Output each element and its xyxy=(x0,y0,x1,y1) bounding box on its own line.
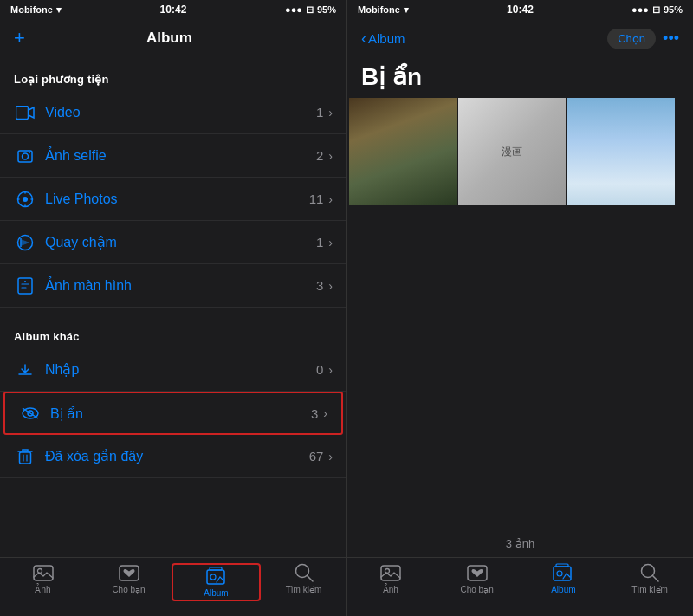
deleted-label: Đã xóa gần đây xyxy=(45,448,309,464)
live-label: Live Photos xyxy=(45,191,309,207)
right-status-bar: Mobifone ▾ 10:42 ●●● ⊟ 95% xyxy=(347,0,693,19)
right-carrier: Mobifone xyxy=(358,4,400,15)
video-label: Video xyxy=(45,105,316,120)
back-button[interactable]: ‹ Album xyxy=(361,29,405,48)
svg-rect-17 xyxy=(20,452,31,464)
svg-point-2 xyxy=(23,153,29,159)
selfie-count: 2 xyxy=(316,148,323,163)
hidden-icon xyxy=(19,406,42,420)
live-chevron: › xyxy=(328,192,333,206)
right-tab-album-label: Album xyxy=(551,585,575,594)
import-label: Nhập xyxy=(45,361,316,378)
svg-point-33 xyxy=(557,571,562,576)
left-tab-photos[interactable]: Ảnh xyxy=(0,563,86,594)
hidden-chevron: › xyxy=(323,406,327,420)
page-title: Bị ẩn xyxy=(347,57,693,98)
left-tab-album[interactable]: Album xyxy=(172,563,261,601)
right-tab-for-you[interactable]: Cho bạn xyxy=(434,563,521,594)
right-tab-search-label: Tìm kiếm xyxy=(631,585,668,594)
left-time: 10:42 xyxy=(160,3,187,16)
import-icon xyxy=(14,361,36,379)
left-tab-album-icon xyxy=(206,567,227,586)
slow-icon xyxy=(14,234,36,251)
left-tab-photos-label: Ảnh xyxy=(35,585,50,594)
list-item-hidden[interactable]: Bị ẩn 3 › xyxy=(3,392,343,435)
screenshot-chevron: › xyxy=(328,279,333,293)
svg-rect-20 xyxy=(34,566,53,580)
screenshot-icon xyxy=(14,277,36,295)
left-carrier: Mobifone xyxy=(10,4,53,15)
right-tab-album-icon xyxy=(553,563,573,582)
svg-point-5 xyxy=(23,197,28,202)
photo-2-image: 漫画 xyxy=(458,98,566,205)
right-tab-foryou-icon xyxy=(467,563,488,582)
right-tab-album[interactable]: Album xyxy=(521,563,607,594)
video-chevron: › xyxy=(328,106,333,120)
svg-line-27 xyxy=(307,576,313,582)
svg-line-35 xyxy=(653,576,659,582)
list-item-screenshot[interactable]: Ảnh màn hình 3 › xyxy=(0,264,346,308)
photo-cell-3[interactable] xyxy=(567,98,675,205)
chon-button[interactable]: Chọn xyxy=(607,29,656,49)
selfie-chevron: › xyxy=(328,149,333,163)
photo-cell-2[interactable]: 漫画 xyxy=(458,98,566,205)
photo-1-image xyxy=(349,98,457,205)
left-tab-foryou-icon xyxy=(119,563,139,582)
right-panel: Mobifone ▾ 10:42 ●●● ⊟ 95% ‹ Album Chọn … xyxy=(346,0,693,616)
add-button[interactable]: + xyxy=(14,27,25,49)
list-item-deleted[interactable]: Đã xóa gần đây 67 › xyxy=(0,435,346,478)
list-item-selfie[interactable]: Ảnh selfie 2 › xyxy=(0,134,346,178)
svg-rect-0 xyxy=(16,106,29,119)
right-nav-buttons: Chọn ••• xyxy=(607,29,679,49)
left-signal-icon: ●●● xyxy=(285,4,302,15)
selfie-label: Ảnh selfie xyxy=(45,147,316,164)
left-tab-for-you[interactable]: Cho bạn xyxy=(86,563,172,594)
list-item-live[interactable]: Live Photos 11 › xyxy=(0,178,346,221)
hidden-count: 3 xyxy=(311,406,318,421)
right-status-right: ●●● ⊟ 95% xyxy=(631,4,683,16)
left-status-right: ●●● ⊟ 95% xyxy=(285,4,336,16)
live-count: 11 xyxy=(309,191,324,206)
right-status-left: Mobifone ▾ xyxy=(358,4,409,16)
right-tab-search[interactable]: Tìm kiếm xyxy=(606,563,693,594)
right-tab-photos[interactable]: Ảnh xyxy=(347,563,434,594)
slow-count: 1 xyxy=(316,235,323,250)
live-icon xyxy=(14,191,36,208)
right-tab-photos-label: Ảnh xyxy=(383,585,398,594)
svg-rect-32 xyxy=(556,564,568,567)
photo-cell-1[interactable] xyxy=(349,98,457,205)
photo-count-label: 3 ảnh xyxy=(506,537,534,550)
more-button[interactable]: ••• xyxy=(663,29,679,48)
hidden-label: Bị ẩn xyxy=(50,405,311,422)
back-label: Album xyxy=(368,31,405,46)
left-tab-photo-icon xyxy=(33,563,54,582)
right-tab-search-icon xyxy=(640,563,659,582)
svg-rect-12 xyxy=(18,278,32,294)
deleted-chevron: › xyxy=(328,450,333,464)
left-tab-album-label: Album xyxy=(204,588,228,598)
left-wifi-icon: ▾ xyxy=(56,4,62,16)
left-tab-search[interactable]: Tìm kiếm xyxy=(261,563,346,594)
svg-rect-24 xyxy=(210,567,222,570)
svg-point-13 xyxy=(24,281,26,282)
svg-point-3 xyxy=(29,152,30,153)
left-status-bar: Mobifone ▾ 10:42 ●●● ⊟ 95% xyxy=(0,0,346,19)
section-header-other: Album khác xyxy=(0,314,346,348)
svg-point-29 xyxy=(385,569,389,574)
left-nav-bar: + Album xyxy=(0,19,346,57)
left-tab-foryou-label: Cho bạn xyxy=(112,585,145,594)
svg-point-21 xyxy=(37,569,42,574)
left-battery-pct: 95% xyxy=(317,4,336,15)
list-item-import[interactable]: Nhập 0 › xyxy=(0,348,346,392)
deleted-count: 67 xyxy=(309,449,324,464)
slow-chevron: › xyxy=(328,236,333,250)
svg-rect-28 xyxy=(381,566,400,580)
import-chevron: › xyxy=(328,363,333,377)
back-chevron-icon: ‹ xyxy=(361,29,366,48)
left-tab-bar: Ảnh Cho bạn Album Tìm k xyxy=(0,557,346,616)
list-item-video[interactable]: Video 1 › xyxy=(0,91,346,134)
right-tab-photo-icon xyxy=(380,563,401,582)
list-item-slow[interactable]: Quay chậm 1 › xyxy=(0,221,346,264)
right-signal-icon: ●●● xyxy=(631,4,649,15)
import-count: 0 xyxy=(316,362,323,377)
